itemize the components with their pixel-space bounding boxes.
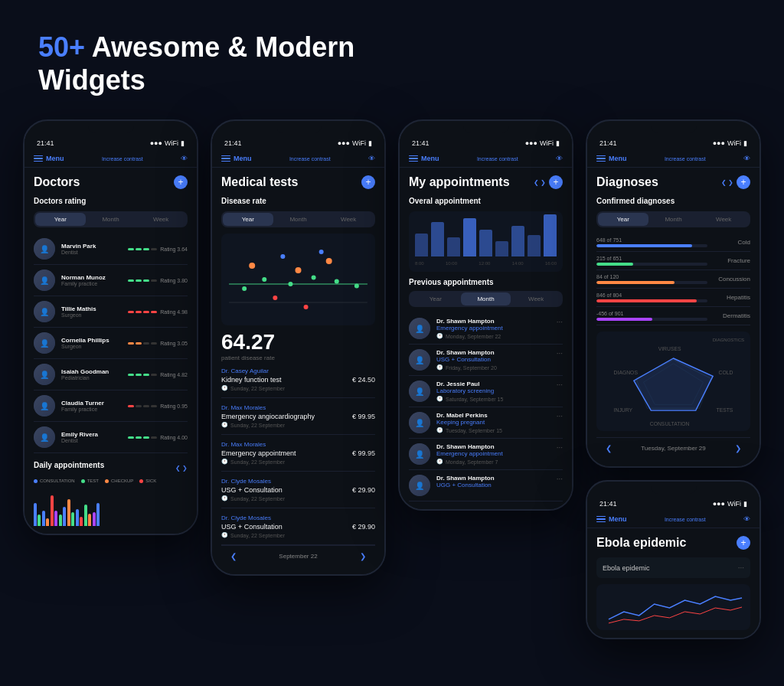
tab-group: Year Month Week [221, 211, 375, 227]
doctor-item[interactable]: 👤 Claudia Turner Family practice Rating … [34, 390, 188, 422]
hamburger-icon [409, 155, 418, 162]
appt-item[interactable]: 👤 Dr. Shawn Hampton UGG + Consultation ·… [409, 470, 563, 501]
doctor-item[interactable]: 👤 Marvin Park Dentist Rating 3.64 [34, 234, 188, 265]
avatar: 👤 [409, 443, 430, 465]
ebola-item[interactable]: Ebola epidemic ··· [596, 557, 750, 578]
phone-diagnoses: 21:41 ●●●WiFi▮ Menu Increase contrast 👁 … [586, 119, 761, 639]
phone-frame: 21:41 ●●●WiFi▮ Menu Increase contrast 👁 … [211, 119, 386, 576]
tab-month[interactable]: Month [273, 213, 324, 226]
daily-bars-chart [34, 488, 188, 526]
next-arrow[interactable]: ❯ [360, 552, 366, 560]
doctor-item[interactable]: 👤 Isaiah Goodman Pediatrician Rating 4.8… [34, 359, 188, 390]
test-item[interactable]: Dr. Max Morales Emergency angiocardiogra… [221, 398, 375, 435]
nav-menu-button[interactable]: Menu [596, 155, 627, 162]
appt-item[interactable]: 👤 Dr. Shawn Hampton USG + Consultation 🕐… [409, 345, 563, 376]
status-bar: 21:41 ●●●WiFi▮ [400, 133, 572, 150]
notch [651, 121, 697, 133]
svg-text:INJURY: INJURY [614, 407, 633, 413]
pagination-bar: ❮ September 22 ❯ [221, 545, 375, 567]
appt-item[interactable]: 👤 Dr. Shawn Hampton Emergency appointmen… [409, 439, 563, 470]
notch [463, 121, 509, 133]
phone-frame: 21:41 ●●●WiFi▮ Menu Increase contrast 👁 … [398, 119, 573, 511]
next-arrow[interactable]: ❯ [735, 444, 741, 452]
test-item[interactable]: Dr. Clyde Mosales USG + Consultation€ 29… [221, 508, 375, 545]
add-button[interactable]: + [361, 175, 375, 189]
svg-point-5 [312, 276, 316, 280]
test-item[interactable]: Dr. Max Morales Emergency appointment€ 9… [221, 435, 375, 472]
phone-frame: 21:41 ●●● WiFi ▮ Menu Increase [23, 119, 198, 535]
phone-screen: 21:41 ●●●WiFi▮ Menu Increase contrast 👁 … [212, 133, 384, 574]
tab-group: Year Month Week [596, 211, 750, 227]
appt-item[interactable]: 👤 Dr. Jessie Paul Laboratory screening 🕐… [409, 376, 563, 407]
phone-screen: 21:41 ●●●WiFi▮ Menu Increase contrast 👁 [587, 494, 760, 638]
tab-month[interactable]: Month [86, 213, 136, 226]
title-row: My appointments ❮ ❯ + [409, 175, 563, 189]
nav-menu-button[interactable]: Menu [409, 155, 439, 162]
phone-screen: 21:41 ●●●WiFi▮ Menu Increase contrast 👁 … [400, 133, 572, 509]
nav-menu-button[interactable]: Menu [34, 155, 64, 162]
prev-arrow[interactable]: ❮ [230, 552, 237, 560]
tab-week[interactable]: Week [323, 213, 374, 226]
doctor-item[interactable]: 👤 Cornelia Phillips Surgeon Rating 3.05 [34, 328, 188, 359]
title-row: Ebola epidemic + [596, 536, 750, 550]
ebola-chart [596, 584, 750, 630]
screen-content: Diagnoses ❮ ❯ + Confirmed diagnoses Year… [587, 168, 760, 466]
disease-rate-chart [221, 234, 375, 325]
tab-month[interactable]: Month [461, 292, 511, 305]
status-icons: ●●● WiFi ▮ [150, 139, 185, 147]
nav-bar[interactable]: Menu Increase contrast 👁 [587, 150, 760, 168]
test-list: Dr. Casey Aguilar Kidney function test€ … [221, 361, 375, 545]
phone-frame: 21:41 ●●●WiFi▮ Menu Increase contrast 👁 [586, 480, 761, 639]
title-row: Diagnoses ❮ ❯ + [596, 175, 750, 189]
header-section: 50+ Awesome & Modern Widgets [0, 0, 784, 119]
avatar: 👤 [409, 475, 430, 496]
avatar: 👤 [409, 349, 430, 371]
daily-appointments-section: Daily appointments ❮ ❯ CONSULTATION TEST… [34, 461, 188, 526]
doctor-item[interactable]: 👤 Tillie Mathis Surgeon Rating 4.98 [34, 296, 188, 328]
svg-point-14 [319, 250, 324, 254]
tab-year[interactable]: Year [35, 213, 86, 226]
phone-appointments: 21:41 ●●●WiFi▮ Menu Increase contrast 👁 … [398, 119, 573, 511]
nav-menu-button[interactable]: Menu [596, 515, 627, 523]
nav-bar[interactable]: Menu Increase contrast 👁 [400, 150, 572, 168]
doctor-item[interactable]: 👤 Emily Rivera Dentist Rating 4.00 [34, 422, 188, 453]
tab-year[interactable]: Year [598, 213, 648, 226]
prev-arrow[interactable]: ❮ [606, 444, 612, 452]
svg-text:COLD: COLD [719, 371, 733, 376]
phone-doctors: 21:41 ●●● WiFi ▮ Menu Increase [23, 119, 198, 535]
avatar: 👤 [409, 318, 430, 339]
phone-medical-tests: 21:41 ●●●WiFi▮ Menu Increase contrast 👁 … [211, 119, 386, 576]
add-button[interactable]: + [174, 175, 188, 189]
add-button[interactable]: + [737, 536, 750, 550]
avatar: 👤 [409, 412, 430, 433]
tab-week[interactable]: Week [511, 292, 561, 305]
svg-marker-23 [634, 358, 713, 410]
tab-month[interactable]: Month [648, 213, 699, 226]
avatar: 👤 [34, 395, 55, 416]
screen-content: Medical tests + Disease rate Year Month … [212, 168, 384, 574]
nav-bar[interactable]: Menu Increase contrast 👁 [212, 150, 384, 168]
appt-item[interactable]: 👤 Dr. Mabel Perkins Keeping pregnant 🕐Tu… [409, 407, 563, 439]
daily-legend: CONSULTATION TEST CHECKUP SICK [34, 479, 188, 483]
notch [276, 121, 322, 133]
nav-bar[interactable]: Menu Increase contrast 👁 [24, 150, 197, 168]
test-item[interactable]: Dr. Clyde Mosales USG + Consultation€ 29… [221, 472, 375, 508]
page-title: 50+ Awesome & Modern Widgets [38, 31, 746, 96]
svg-point-8 [249, 263, 255, 269]
test-item[interactable]: Dr. Casey Aguilar Kidney function test€ … [221, 361, 375, 398]
avatar: 👤 [34, 301, 55, 322]
svg-text:TESTS: TESTS [716, 407, 733, 413]
nav-bar[interactable]: Menu Increase contrast 👁 [587, 511, 760, 528]
nav-menu-button[interactable]: Menu [221, 155, 252, 162]
phone-frame: 21:41 ●●●WiFi▮ Menu Increase contrast 👁 … [586, 119, 761, 468]
tab-week[interactable]: Week [698, 213, 749, 226]
appt-item[interactable]: 👤 Dr. Shawn Hampton Emergency appointmen… [409, 313, 563, 345]
tab-year[interactable]: Year [410, 292, 461, 305]
add-button[interactable]: + [737, 175, 750, 189]
tab-week[interactable]: Week [136, 213, 186, 226]
tab-group: Year Month Week [34, 211, 188, 227]
diagnosis-item: 648 of 751 Cold [596, 234, 750, 252]
doctor-item[interactable]: 👤 Norman Munoz Family practice Rating 3.… [34, 265, 188, 296]
tab-year[interactable]: Year [223, 213, 273, 226]
add-button[interactable]: + [549, 175, 563, 189]
